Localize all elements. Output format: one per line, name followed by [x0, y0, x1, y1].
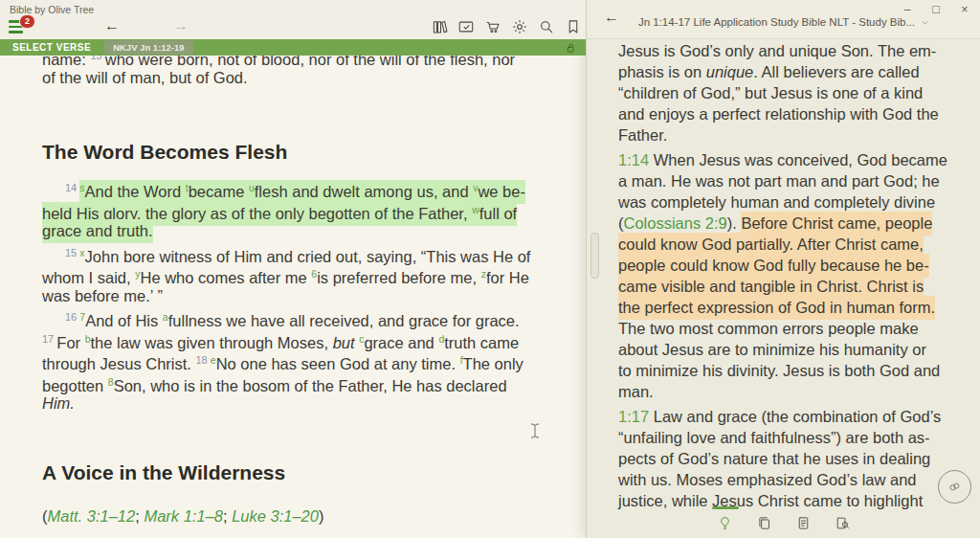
- close-button[interactable]: ×: [958, 1, 971, 18]
- lock-button[interactable]: [564, 41, 577, 55]
- library-icon: [431, 18, 448, 35]
- store-button[interactable]: [484, 18, 501, 35]
- verse-reference-badge[interactable]: NKJV Jn 1:12-19: [104, 40, 192, 55]
- app-window: Bible by Olive Tree 2 ← →: [0, 0, 980, 538]
- search-button[interactable]: [538, 18, 555, 35]
- app-title: Bible by Olive Tree: [10, 4, 94, 15]
- resource-selector[interactable]: Jn 1:14-17 Life Application Study Bible …: [625, 13, 943, 31]
- maximize-button[interactable]: □: [929, 1, 943, 18]
- settings-button[interactable]: [511, 18, 528, 35]
- study-notes-text[interactable]: Jesus is God’s only and unique Son. The …: [618, 40, 972, 511]
- scrollbar-thumb[interactable]: [590, 233, 599, 279]
- document-icon: [795, 515, 812, 531]
- tab-resources[interactable]: [752, 511, 777, 534]
- study-back-button[interactable]: ←: [604, 9, 619, 26]
- parallel-references[interactable]: (Matt. 3:1–12; Mark 1:1–8; Luke 3:1–20): [42, 505, 578, 527]
- search-icon: [538, 18, 555, 35]
- lightbulb-icon: [717, 515, 733, 531]
- book-search-icon: [835, 515, 851, 531]
- messages-button[interactable]: [457, 18, 475, 35]
- menu-button[interactable]: 2: [9, 20, 30, 37]
- bible-pane: Bible by Olive Tree 2 ← →: [0, 0, 586, 538]
- section-heading: A Voice in the Wilderness: [42, 459, 578, 487]
- bookmark-icon: [565, 18, 582, 35]
- select-verse-bar: SELECT VERSE NKJV Jn 1:12-19: [0, 39, 586, 56]
- gear-icon: [511, 18, 528, 35]
- note-paragraph: 1:14 When Jesus was conceived, God becam…: [618, 149, 972, 402]
- note-paragraph: 1:17 Law and grace (the combination of G…: [618, 406, 972, 511]
- study-pane: – □ × ← Jn 1:14-17 Life Application Stud…: [586, 0, 980, 538]
- forward-button[interactable]: →: [173, 17, 189, 34]
- study-tabs: [587, 511, 980, 534]
- text-cursor: [528, 422, 542, 443]
- bookmark-button[interactable]: [565, 18, 582, 35]
- tab-study-notes[interactable]: [713, 511, 738, 534]
- unlock-icon: [564, 41, 577, 55]
- select-verse-label: SELECT VERSE: [12, 42, 91, 53]
- notification-badge: 2: [19, 14, 35, 29]
- library-button[interactable]: [431, 18, 448, 35]
- tab-notes[interactable]: [791, 511, 816, 534]
- messages-icon: [457, 18, 475, 35]
- note-paragraph: Jesus is God’s only and unique Son. The …: [618, 40, 972, 146]
- cart-icon: [484, 18, 501, 35]
- resources-icon: [756, 515, 772, 531]
- tab-lookup[interactable]: [831, 511, 856, 534]
- minimize-button[interactable]: –: [901, 1, 914, 18]
- back-button[interactable]: ←: [104, 17, 120, 34]
- verse-paragraph: 14 sAnd the Word tbecame uflesh and dwel…: [42, 177, 578, 415]
- bible-text[interactable]: name: 13 who were born, not of blood, no…: [42, 45, 578, 527]
- sync-link-button[interactable]: [938, 470, 971, 504]
- left-toolbar-icons: [431, 18, 582, 35]
- link-icon: [947, 479, 963, 495]
- left-titlebar: Bible by Olive Tree 2 ← →: [0, 0, 586, 39]
- section-heading: The Word Becomes Flesh: [42, 138, 578, 167]
- resource-title: Jn 1:14-17 Life Application Study Bible …: [638, 16, 915, 28]
- window-controls: – □ ×: [901, 1, 971, 18]
